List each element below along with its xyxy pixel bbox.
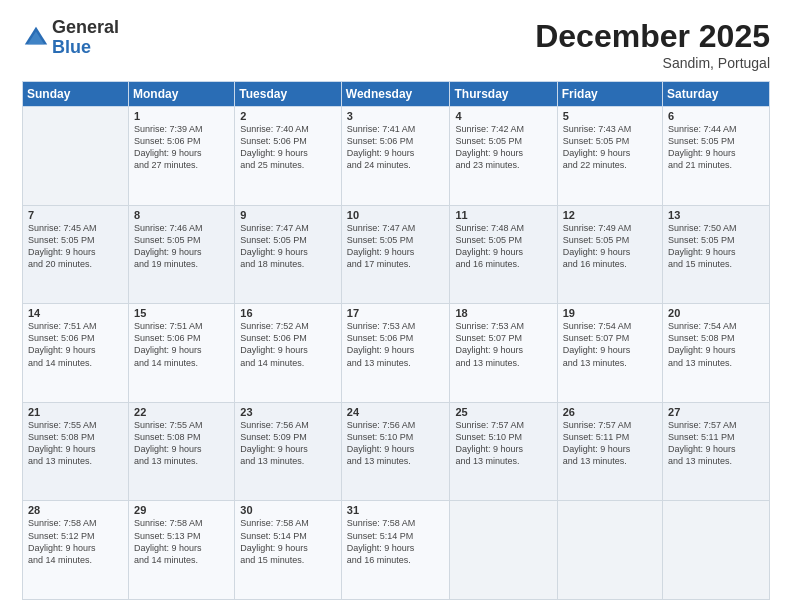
table-row: 19Sunrise: 7:54 AM Sunset: 5:07 PM Dayli… <box>557 304 662 403</box>
logo-icon <box>22 24 50 52</box>
col-sunday: Sunday <box>23 82 129 107</box>
day-number: 12 <box>563 209 657 221</box>
page: General Blue December 2025 Sandim, Portu… <box>0 0 792 612</box>
day-number: 2 <box>240 110 336 122</box>
col-saturday: Saturday <box>663 82 770 107</box>
table-row: 29Sunrise: 7:58 AM Sunset: 5:13 PM Dayli… <box>129 501 235 600</box>
day-info: Sunrise: 7:55 AM Sunset: 5:08 PM Dayligh… <box>134 419 229 468</box>
day-number: 7 <box>28 209 123 221</box>
table-row: 23Sunrise: 7:56 AM Sunset: 5:09 PM Dayli… <box>235 402 342 501</box>
day-number: 20 <box>668 307 764 319</box>
day-number: 8 <box>134 209 229 221</box>
table-row: 13Sunrise: 7:50 AM Sunset: 5:05 PM Dayli… <box>663 205 770 304</box>
table-row: 11Sunrise: 7:48 AM Sunset: 5:05 PM Dayli… <box>450 205 557 304</box>
table-row: 25Sunrise: 7:57 AM Sunset: 5:10 PM Dayli… <box>450 402 557 501</box>
calendar-header-row: Sunday Monday Tuesday Wednesday Thursday… <box>23 82 770 107</box>
day-number: 31 <box>347 504 445 516</box>
table-row: 30Sunrise: 7:58 AM Sunset: 5:14 PM Dayli… <box>235 501 342 600</box>
day-number: 14 <box>28 307 123 319</box>
day-info: Sunrise: 7:45 AM Sunset: 5:05 PM Dayligh… <box>28 222 123 271</box>
table-row <box>23 107 129 206</box>
calendar-week-2: 7Sunrise: 7:45 AM Sunset: 5:05 PM Daylig… <box>23 205 770 304</box>
table-row: 8Sunrise: 7:46 AM Sunset: 5:05 PM Daylig… <box>129 205 235 304</box>
day-number: 13 <box>668 209 764 221</box>
table-row <box>663 501 770 600</box>
day-number: 6 <box>668 110 764 122</box>
table-row: 31Sunrise: 7:58 AM Sunset: 5:14 PM Dayli… <box>341 501 450 600</box>
day-info: Sunrise: 7:52 AM Sunset: 5:06 PM Dayligh… <box>240 320 336 369</box>
day-info: Sunrise: 7:40 AM Sunset: 5:06 PM Dayligh… <box>240 123 336 172</box>
table-row: 28Sunrise: 7:58 AM Sunset: 5:12 PM Dayli… <box>23 501 129 600</box>
day-info: Sunrise: 7:51 AM Sunset: 5:06 PM Dayligh… <box>28 320 123 369</box>
day-number: 15 <box>134 307 229 319</box>
table-row: 26Sunrise: 7:57 AM Sunset: 5:11 PM Dayli… <box>557 402 662 501</box>
day-info: Sunrise: 7:43 AM Sunset: 5:05 PM Dayligh… <box>563 123 657 172</box>
day-info: Sunrise: 7:57 AM Sunset: 5:10 PM Dayligh… <box>455 419 551 468</box>
day-info: Sunrise: 7:48 AM Sunset: 5:05 PM Dayligh… <box>455 222 551 271</box>
day-info: Sunrise: 7:41 AM Sunset: 5:06 PM Dayligh… <box>347 123 445 172</box>
day-number: 9 <box>240 209 336 221</box>
day-number: 16 <box>240 307 336 319</box>
day-info: Sunrise: 7:42 AM Sunset: 5:05 PM Dayligh… <box>455 123 551 172</box>
day-info: Sunrise: 7:53 AM Sunset: 5:07 PM Dayligh… <box>455 320 551 369</box>
day-info: Sunrise: 7:49 AM Sunset: 5:05 PM Dayligh… <box>563 222 657 271</box>
day-number: 23 <box>240 406 336 418</box>
table-row: 12Sunrise: 7:49 AM Sunset: 5:05 PM Dayli… <box>557 205 662 304</box>
day-info: Sunrise: 7:57 AM Sunset: 5:11 PM Dayligh… <box>563 419 657 468</box>
day-info: Sunrise: 7:55 AM Sunset: 5:08 PM Dayligh… <box>28 419 123 468</box>
day-number: 5 <box>563 110 657 122</box>
table-row: 2Sunrise: 7:40 AM Sunset: 5:06 PM Daylig… <box>235 107 342 206</box>
day-number: 18 <box>455 307 551 319</box>
location: Sandim, Portugal <box>535 55 770 71</box>
calendar: Sunday Monday Tuesday Wednesday Thursday… <box>22 81 770 600</box>
day-info: Sunrise: 7:50 AM Sunset: 5:05 PM Dayligh… <box>668 222 764 271</box>
day-number: 24 <box>347 406 445 418</box>
month-title: December 2025 <box>535 18 770 55</box>
day-info: Sunrise: 7:47 AM Sunset: 5:05 PM Dayligh… <box>347 222 445 271</box>
table-row: 22Sunrise: 7:55 AM Sunset: 5:08 PM Dayli… <box>129 402 235 501</box>
col-wednesday: Wednesday <box>341 82 450 107</box>
calendar-week-1: 1Sunrise: 7:39 AM Sunset: 5:06 PM Daylig… <box>23 107 770 206</box>
day-number: 11 <box>455 209 551 221</box>
day-number: 25 <box>455 406 551 418</box>
day-info: Sunrise: 7:44 AM Sunset: 5:05 PM Dayligh… <box>668 123 764 172</box>
day-number: 10 <box>347 209 445 221</box>
logo-text: General Blue <box>52 18 119 58</box>
day-number: 30 <box>240 504 336 516</box>
day-number: 28 <box>28 504 123 516</box>
day-number: 22 <box>134 406 229 418</box>
table-row: 27Sunrise: 7:57 AM Sunset: 5:11 PM Dayli… <box>663 402 770 501</box>
col-friday: Friday <box>557 82 662 107</box>
logo-general: General <box>52 18 119 38</box>
title-section: December 2025 Sandim, Portugal <box>535 18 770 71</box>
table-row: 18Sunrise: 7:53 AM Sunset: 5:07 PM Dayli… <box>450 304 557 403</box>
table-row: 24Sunrise: 7:56 AM Sunset: 5:10 PM Dayli… <box>341 402 450 501</box>
table-row: 20Sunrise: 7:54 AM Sunset: 5:08 PM Dayli… <box>663 304 770 403</box>
calendar-week-5: 28Sunrise: 7:58 AM Sunset: 5:12 PM Dayli… <box>23 501 770 600</box>
col-tuesday: Tuesday <box>235 82 342 107</box>
table-row: 3Sunrise: 7:41 AM Sunset: 5:06 PM Daylig… <box>341 107 450 206</box>
day-info: Sunrise: 7:58 AM Sunset: 5:14 PM Dayligh… <box>240 517 336 566</box>
table-row: 17Sunrise: 7:53 AM Sunset: 5:06 PM Dayli… <box>341 304 450 403</box>
day-info: Sunrise: 7:54 AM Sunset: 5:08 PM Dayligh… <box>668 320 764 369</box>
day-number: 26 <box>563 406 657 418</box>
table-row: 9Sunrise: 7:47 AM Sunset: 5:05 PM Daylig… <box>235 205 342 304</box>
day-info: Sunrise: 7:51 AM Sunset: 5:06 PM Dayligh… <box>134 320 229 369</box>
header: General Blue December 2025 Sandim, Portu… <box>22 18 770 71</box>
day-info: Sunrise: 7:53 AM Sunset: 5:06 PM Dayligh… <box>347 320 445 369</box>
day-number: 4 <box>455 110 551 122</box>
logo: General Blue <box>22 18 119 58</box>
day-info: Sunrise: 7:39 AM Sunset: 5:06 PM Dayligh… <box>134 123 229 172</box>
day-number: 19 <box>563 307 657 319</box>
table-row: 4Sunrise: 7:42 AM Sunset: 5:05 PM Daylig… <box>450 107 557 206</box>
col-monday: Monday <box>129 82 235 107</box>
table-row: 5Sunrise: 7:43 AM Sunset: 5:05 PM Daylig… <box>557 107 662 206</box>
table-row: 10Sunrise: 7:47 AM Sunset: 5:05 PM Dayli… <box>341 205 450 304</box>
day-number: 27 <box>668 406 764 418</box>
col-thursday: Thursday <box>450 82 557 107</box>
table-row: 21Sunrise: 7:55 AM Sunset: 5:08 PM Dayli… <box>23 402 129 501</box>
day-number: 21 <box>28 406 123 418</box>
table-row: 6Sunrise: 7:44 AM Sunset: 5:05 PM Daylig… <box>663 107 770 206</box>
day-info: Sunrise: 7:58 AM Sunset: 5:12 PM Dayligh… <box>28 517 123 566</box>
day-number: 3 <box>347 110 445 122</box>
